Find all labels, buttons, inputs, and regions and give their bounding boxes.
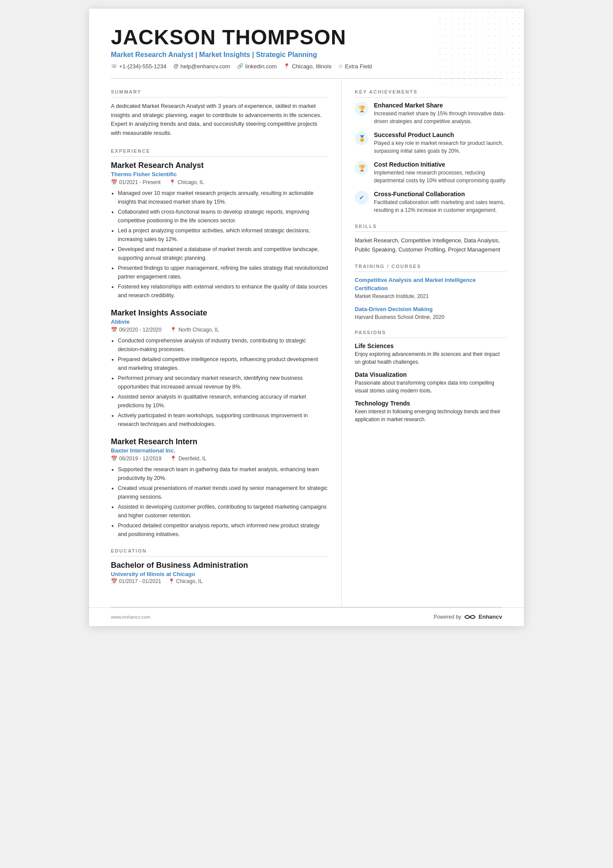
achievement-item-4: ✔ Cross-Functional Collaboration Facilit… — [355, 191, 506, 214]
edu-meta: 📅 01/2017 - 01/2021 📍 Chicago, IL — [111, 578, 328, 584]
calendar-icon-2: 📅 — [111, 327, 117, 333]
job-entry-3: Market Research Intern Baxter Internatio… — [111, 437, 328, 539]
passion-item-1: Life Sciences Enjoy exploring advancemen… — [355, 342, 506, 366]
training-sub-1: Market Research Institute, 2021 — [355, 293, 506, 299]
training-item-2: Data-Driven Decision Making Harvard Busi… — [355, 305, 506, 320]
training-title-1: Competitive Analysis and Market Intellig… — [355, 276, 506, 292]
job-meta-2: 📅 06/2020 - 12/2020 📍 North Chicago, IL — [111, 327, 328, 333]
contact-phone: ☏ +1-(234)-555-1234 — [111, 63, 167, 70]
location-icon-3: 📍 — [170, 456, 177, 462]
training-title-2: Data-Driven Decision Making — [355, 305, 506, 313]
achievement-title-1: Enhanced Market Share — [374, 102, 506, 109]
bullet-item: Developed and maintained a database of m… — [118, 245, 328, 262]
email-icon: @ — [173, 63, 179, 69]
summary-label: SUMMARY — [111, 89, 328, 97]
achievement-item-1: 🏆 Enhanced Market Share Increased market… — [355, 102, 506, 125]
location-icon: 📍 — [283, 63, 290, 69]
bullet-item: Collaborated with cross-functional teams… — [118, 208, 328, 225]
bullet-item: Assisted senior analysts in qualitative … — [118, 392, 328, 410]
passion-title-3: Technology Trends — [355, 400, 506, 407]
job-title-3: Market Research Intern — [111, 437, 328, 446]
achievement-title-4: Cross-Functional Collaboration — [374, 191, 506, 198]
enhancv-logo-icon — [464, 613, 476, 621]
passion-item-3: Technology Trends Keen interest in follo… — [355, 400, 506, 423]
job-meta-1: 📅 01/2021 - Present 📍 Chicago, IL — [111, 179, 328, 185]
job-company-1: Thermo Fisher Scientific — [111, 171, 328, 178]
achievement-title-3: Cost Reduction Initiative — [374, 161, 506, 168]
job-bullets-2: Conducted comprehensive analysis of indu… — [111, 336, 328, 429]
edu-school: University of Illinois at Chicago — [111, 571, 328, 577]
achievement-content-1: Enhanced Market Share Increased market s… — [374, 102, 506, 125]
right-column: KEY ACHIEVEMENTS 🏆 Enhanced Market Share… — [341, 79, 524, 607]
experience-label: EXPERIENCE — [111, 148, 328, 157]
bullet-item: Conducted comprehensive analysis of indu… — [118, 336, 328, 354]
phone-icon: ☏ — [111, 63, 117, 69]
footer-brand: Powered by Enhancv — [433, 613, 502, 621]
bullet-item: Led a project analyzing competitor activ… — [118, 226, 328, 244]
job-date-2: 📅 06/2020 - 12/2020 — [111, 327, 161, 333]
contact-email: @ help@enhancv.com — [173, 63, 230, 70]
bullet-item: Created visual presentations of market t… — [118, 484, 328, 501]
calendar-icon-3: 📅 — [111, 456, 117, 462]
achievement-content-4: Cross-Functional Collaboration Facilitat… — [374, 191, 506, 214]
education-label: EDUCATION — [111, 548, 328, 556]
star-icon: ☆ — [338, 63, 343, 69]
achievement-icon-4: ✔ — [355, 191, 369, 204]
achievement-icon-1: 🏆 — [355, 102, 369, 116]
passion-desc-1: Enjoy exploring advancements in life sci… — [355, 350, 506, 366]
job-title-1: Market Research Analyst — [111, 161, 328, 170]
education-entry: Bachelor of Business Administration Univ… — [111, 561, 328, 584]
job-date-1: 📅 01/2021 - Present — [111, 179, 160, 185]
bullet-item: Prepared detailed competitive intelligen… — [118, 355, 328, 372]
passion-title-2: Data Visualization — [355, 371, 506, 378]
location-icon-1: 📍 — [169, 179, 176, 185]
job-bullets-3: Supported the research team in gathering… — [111, 465, 328, 539]
resume-document: JACKSON THOMPSON Market Research Analyst… — [89, 9, 524, 626]
location-icon-edu: 📍 — [168, 578, 176, 584]
powered-by-text: Powered by — [433, 614, 461, 620]
job-meta-3: 📅 06/2019 - 12/2019 📍 Deerfield, IL — [111, 456, 328, 462]
location-icon-2: 📍 — [170, 327, 177, 333]
main-content: SUMMARY A dedicated Market Research Anal… — [89, 79, 524, 607]
training-section: TRAINING / COURSES Competitive Analysis … — [355, 264, 506, 320]
calendar-icon-1: 📅 — [111, 179, 117, 185]
achievement-item-2: 🏅 Successful Product Launch Played a key… — [355, 131, 506, 155]
passion-desc-3: Keen interest in following emerging tech… — [355, 408, 506, 423]
linkedin-icon: 🔗 — [237, 63, 243, 69]
achievement-content-2: Successful Product Launch Played a key r… — [374, 131, 506, 155]
bullet-item: Assisted in developing customer profiles… — [118, 503, 328, 520]
summary-section: SUMMARY A dedicated Market Research Anal… — [111, 89, 328, 138]
skills-label: SKILLS — [355, 224, 506, 232]
contact-row: ☏ +1-(234)-555-1234 @ help@enhancv.com 🔗… — [111, 63, 502, 70]
experience-section: EXPERIENCE Market Research Analyst Therm… — [111, 148, 328, 539]
achievements-label: KEY ACHIEVEMENTS — [355, 89, 506, 97]
achievement-desc-3: Implemented new research processes, redu… — [374, 169, 506, 184]
edu-date: 📅 01/2017 - 01/2021 — [111, 578, 161, 584]
header-section: JACKSON THOMPSON Market Research Analyst… — [89, 9, 524, 78]
job-location-1: 📍 Chicago, IL — [169, 179, 204, 185]
achievement-icon-3: 🏆 — [355, 161, 369, 175]
job-company-3: Baxter International Inc. — [111, 447, 328, 454]
achievement-icon-2: 🏅 — [355, 131, 369, 145]
job-bullets-1: Managed over 10 major market research pr… — [111, 189, 328, 300]
training-item-1: Competitive Analysis and Market Intellig… — [355, 276, 506, 299]
passions-section: PASSIONS Life Sciences Enjoy exploring a… — [355, 330, 506, 423]
bullet-item: Presented findings to upper management, … — [118, 264, 328, 281]
achievements-section: KEY ACHIEVEMENTS 🏆 Enhanced Market Share… — [355, 89, 506, 214]
job-location-2: 📍 North Chicago, IL — [170, 327, 219, 333]
achievement-desc-4: Facilitated collaboration with marketing… — [374, 198, 506, 214]
education-section: EDUCATION Bachelor of Business Administr… — [111, 548, 328, 584]
contact-linkedin: 🔗 linkedin.com — [237, 63, 277, 70]
edu-location: 📍 Chicago, IL — [168, 578, 203, 584]
achievement-item-3: 🏆 Cost Reduction Initiative Implemented … — [355, 161, 506, 184]
job-company-2: Abbvie — [111, 318, 328, 325]
bullet-item: Supported the research team in gathering… — [118, 465, 328, 483]
job-date-3: 📅 06/2019 - 12/2019 — [111, 456, 161, 462]
calendar-icon-edu: 📅 — [111, 578, 119, 584]
left-column: SUMMARY A dedicated Market Research Anal… — [89, 79, 341, 607]
passion-title-1: Life Sciences — [355, 342, 506, 349]
edu-degree: Bachelor of Business Administration — [111, 561, 328, 570]
passion-desc-2: Passionate about transforming complex da… — [355, 379, 506, 395]
contact-extra: ☆ Extra Field — [338, 63, 372, 70]
job-location-3: 📍 Deerfield, IL — [170, 456, 207, 462]
